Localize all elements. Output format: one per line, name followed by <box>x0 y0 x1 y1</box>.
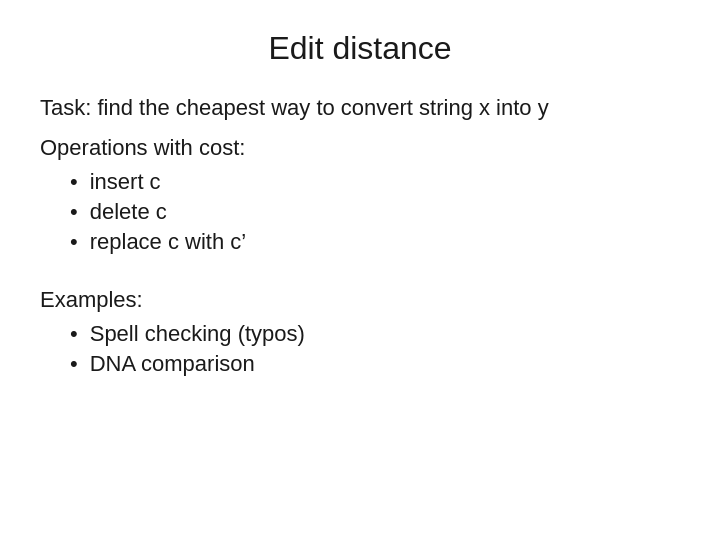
list-item: DNA comparison <box>70 351 305 377</box>
examples-label: Examples: <box>40 287 143 313</box>
list-item-text: DNA comparison <box>90 351 255 377</box>
list-item-text: replace c with c’ <box>90 229 247 255</box>
operations-label: Operations with cost: <box>40 135 245 161</box>
list-item: delete c <box>70 199 246 225</box>
task-text: Task: find the cheapest way to convert s… <box>40 95 549 121</box>
list-item: insert c <box>70 169 246 195</box>
examples-list: Spell checking (typos) DNA comparison <box>70 321 305 381</box>
slide-title: Edit distance <box>40 30 680 67</box>
list-item: Spell checking (typos) <box>70 321 305 347</box>
list-item-text: insert c <box>90 169 161 195</box>
list-item: replace c with c’ <box>70 229 246 255</box>
list-item-text: Spell checking (typos) <box>90 321 305 347</box>
list-item-text: delete c <box>90 199 167 225</box>
operations-list: insert c delete c replace c with c’ <box>70 169 246 259</box>
slide: Edit distance Task: find the cheapest wa… <box>0 0 720 540</box>
